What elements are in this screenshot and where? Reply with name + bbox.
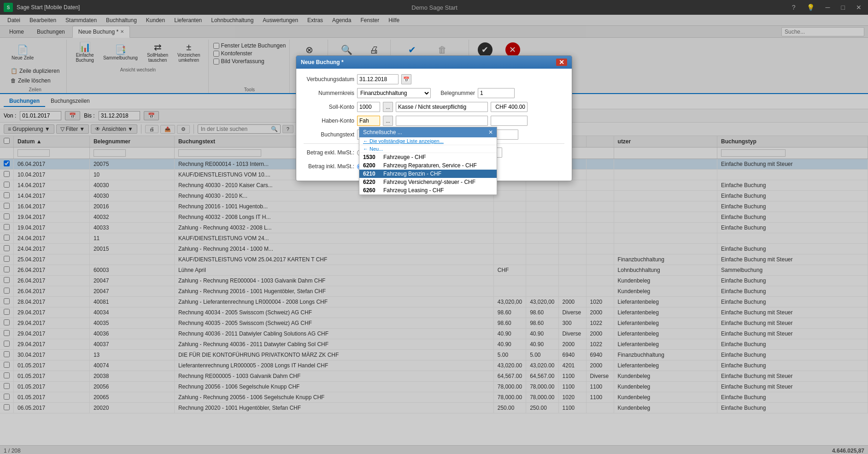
dropdown-new-link[interactable]: ← Neu... xyxy=(359,145,497,153)
betrag-exkl-label: Betrag exkl. MwSt.: xyxy=(304,149,354,156)
haben-konto-browse-btn[interactable]: ... xyxy=(383,116,393,126)
buchungstext-label: Buchungstext xyxy=(304,131,354,138)
verbuchungsdatum-row: Verbuchungsdatum 📅 xyxy=(304,74,564,84)
soll-konto-browse-btn[interactable]: ... xyxy=(383,102,393,112)
haben-konto-amount-input[interactable] xyxy=(491,116,528,126)
item-name-6210: Fahrzeug Benzin - CHF xyxy=(383,171,493,177)
nummernkreis-label: Nummernkreis xyxy=(304,90,354,96)
item-name-6220: Fahrzeug Versicherung/-steuer - CHF xyxy=(383,179,493,185)
dropdown-item-6220[interactable]: 6220 Fahrzeug Versicherung/-steuer - CHF xyxy=(359,178,497,186)
betrag-inkl-label: Betrag inkl. MwSt.: xyxy=(304,163,354,170)
soll-konto-desc-input[interactable] xyxy=(396,102,488,112)
nummernkreis-select[interactable]: Finanzbuchhaltung xyxy=(357,88,431,98)
soll-konto-input[interactable] xyxy=(357,102,380,112)
neue-buchung-modal: Neue Buchung * ✕ Verbuchungsdatum 📅 Numm… xyxy=(296,55,572,181)
verbuchungsdatum-calendar-btn[interactable]: 📅 xyxy=(401,74,411,84)
verbuchungsdatum-label: Verbuchungsdatum xyxy=(304,76,354,83)
item-code-6260: 6260 xyxy=(363,187,380,194)
soll-konto-amount-input[interactable] xyxy=(491,102,528,112)
dropdown-title: Schnellsuche ... xyxy=(363,129,402,136)
modal-title-bar: Neue Buchung * ✕ xyxy=(296,56,572,69)
item-code-6200: 6200 xyxy=(363,162,380,169)
haben-konto-input[interactable] xyxy=(357,116,380,126)
verbuchungsdatum-input[interactable] xyxy=(357,74,399,84)
item-name-1530: Fahrzeuge - CHF xyxy=(383,154,493,160)
haben-konto-row: Haben-Konto ... Schnellsuche ... ✕ ← Die… xyxy=(304,116,564,126)
haben-konto-label: Haben-Konto xyxy=(304,118,354,124)
haben-konto-desc-input[interactable] xyxy=(396,116,488,126)
item-code-6210: 6210 xyxy=(363,171,380,177)
modal-body: Verbuchungsdatum 📅 Nummernkreis Finanzbu… xyxy=(296,69,572,181)
belegnummer-label: Belegnummer xyxy=(434,90,475,96)
dropdown-item-6210[interactable]: 6210 Fahrzeug Benzin - CHF xyxy=(359,170,497,178)
dropdown-close-btn[interactable]: ✕ xyxy=(488,129,493,136)
soll-konto-row: Soll-Konto ... xyxy=(304,102,564,112)
schnellsuche-dropdown: Schnellsuche ... ✕ ← Die vollständige Li… xyxy=(359,127,497,195)
modal-overlay: Neue Buchung * ✕ Verbuchungsdatum 📅 Numm… xyxy=(0,0,868,454)
item-name-6260: Fahrzeug Leasing - CHF xyxy=(383,187,493,194)
dropdown-items: 1530 Fahrzeuge - CHF 6200 Fahrzeug Repar… xyxy=(359,153,497,195)
soll-konto-label: Soll-Konto xyxy=(304,104,354,110)
modal-close-btn[interactable]: ✕ xyxy=(556,59,567,66)
item-code-1530: 1530 xyxy=(363,154,380,160)
modal-title: Neue Buchung * xyxy=(301,59,344,65)
dropdown-header: Schnellsuche ... ✕ xyxy=(359,127,497,137)
dropdown-item-1530[interactable]: 1530 Fahrzeuge - CHF xyxy=(359,153,497,161)
item-code-6220: 6220 xyxy=(363,179,380,185)
dropdown-item-6260[interactable]: 6260 Fahrzeug Leasing - CHF xyxy=(359,186,497,195)
item-name-6200: Fahrzeug Reparaturen, Service - CHF xyxy=(383,162,493,169)
nummernkreis-row: Nummernkreis Finanzbuchhaltung Belegnumm… xyxy=(304,88,564,98)
belegnummer-input[interactable] xyxy=(478,88,515,98)
dropdown-item-6200[interactable]: 6200 Fahrzeug Reparaturen, Service - CHF xyxy=(359,161,497,170)
dropdown-full-list-link[interactable]: ← Die vollständige Liste anzeigen... xyxy=(359,137,497,145)
